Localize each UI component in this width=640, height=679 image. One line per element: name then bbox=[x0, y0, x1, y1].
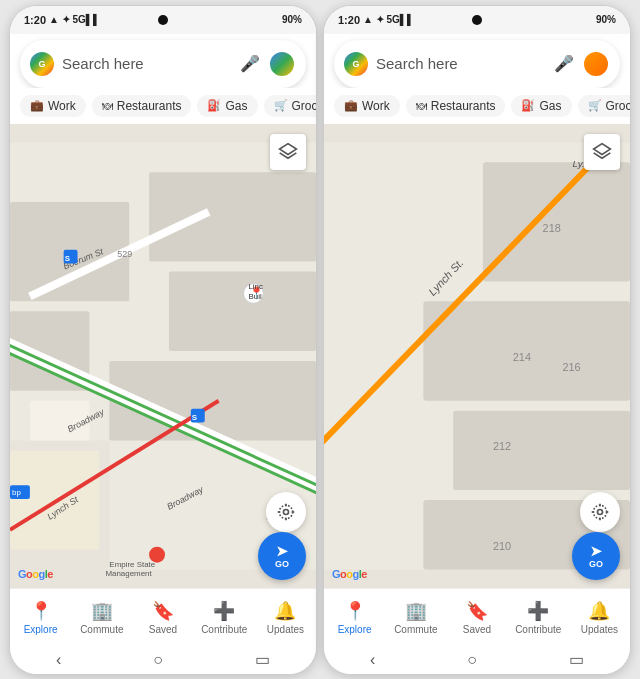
svg-point-34 bbox=[284, 509, 289, 514]
location-button-right[interactable] bbox=[580, 492, 620, 532]
commute-label-right: Commute bbox=[394, 624, 437, 635]
back-btn-right[interactable]: ‹ bbox=[370, 651, 375, 669]
layers-button-left[interactable] bbox=[270, 134, 306, 170]
svg-text:216: 216 bbox=[562, 360, 580, 372]
groceries-icon-right: 🛒 bbox=[588, 99, 602, 112]
layers-button-right[interactable] bbox=[584, 134, 620, 170]
svg-marker-49 bbox=[594, 143, 611, 154]
time-right: 1:20 bbox=[338, 14, 360, 26]
chip-work-right[interactable]: 💼 Work bbox=[334, 95, 400, 117]
battery-left: 90% bbox=[282, 14, 302, 25]
location-button-left[interactable] bbox=[266, 492, 306, 532]
recent-btn-right[interactable]: ▭ bbox=[569, 650, 584, 669]
work-label-right: Work bbox=[362, 99, 390, 113]
back-btn-left[interactable]: ‹ bbox=[56, 651, 61, 669]
android-nav-right: ‹ ○ ▭ bbox=[324, 646, 630, 674]
nav-contribute-right[interactable]: ➕ Contribute bbox=[508, 600, 569, 635]
phone-right: 1:20 ▲ ✦ 5G▌▌ 90% G Search here 🎤 💼 Work bbox=[323, 5, 631, 675]
go-button-right[interactable]: ➤ GO bbox=[572, 532, 620, 580]
svg-text:bp: bp bbox=[12, 488, 21, 497]
time-left: 1:20 bbox=[24, 14, 46, 26]
contribute-label-left: Contribute bbox=[201, 624, 247, 635]
battery-right: 90% bbox=[596, 14, 616, 25]
svg-text:Linc: Linc bbox=[248, 282, 263, 291]
explore-icon-left: 📍 bbox=[30, 600, 52, 622]
go-label-right: GO bbox=[589, 559, 603, 569]
phones-container: 1:20 ▲ ✦ 5G▌▌ 90% G Search here 🎤 💼 Work bbox=[5, 1, 635, 679]
google-watermark-right: Google bbox=[332, 568, 367, 580]
status-right-left: 90% bbox=[282, 14, 302, 25]
nav-updates-left[interactable]: 🔔 Updates bbox=[255, 600, 316, 635]
phone-left: 1:20 ▲ ✦ 5G▌▌ 90% G Search here 🎤 💼 Work bbox=[9, 5, 317, 675]
svg-marker-33 bbox=[280, 143, 297, 154]
nav-commute-right[interactable]: 🏢 Commute bbox=[385, 600, 446, 635]
mic-icon-right[interactable]: 🎤 bbox=[554, 54, 574, 73]
work-icon-left: 💼 bbox=[30, 99, 44, 112]
nav-contribute-left[interactable]: ➕ Contribute bbox=[194, 600, 255, 635]
gas-label-left: Gas bbox=[225, 99, 247, 113]
restaurants-icon-right: 🍽 bbox=[416, 100, 427, 112]
chip-restaurants-right[interactable]: 🍽 Restaurants bbox=[406, 95, 506, 117]
chip-restaurants-left[interactable]: 🍽 Restaurants bbox=[92, 95, 192, 117]
updates-label-left: Updates bbox=[267, 624, 304, 635]
search-text-right: Search here bbox=[376, 55, 546, 72]
updates-icon-right: 🔔 bbox=[588, 600, 610, 622]
status-bar-left: 1:20 ▲ ✦ 5G▌▌ 90% bbox=[10, 6, 316, 34]
svg-text:214: 214 bbox=[513, 350, 531, 362]
go-button-left[interactable]: ➤ GO bbox=[258, 532, 306, 580]
svg-text:S: S bbox=[65, 253, 70, 262]
chip-work-left[interactable]: 💼 Work bbox=[20, 95, 86, 117]
nav-explore-right[interactable]: 📍 Explore bbox=[324, 600, 385, 635]
svg-text:210: 210 bbox=[493, 539, 511, 551]
bottom-nav-right: 📍 Explore 🏢 Commute 🔖 Saved ➕ Contribute… bbox=[324, 588, 630, 646]
signal-icons-left: ▲ ✦ 5G▌▌ bbox=[49, 14, 100, 25]
avatar-right[interactable] bbox=[582, 50, 610, 78]
mic-icon-left[interactable]: 🎤 bbox=[240, 54, 260, 73]
svg-text:Buil: Buil bbox=[248, 292, 261, 301]
recent-btn-left[interactable]: ▭ bbox=[255, 650, 270, 669]
svg-text:218: 218 bbox=[543, 221, 561, 233]
nav-saved-right[interactable]: 🔖 Saved bbox=[446, 600, 507, 635]
search-bar-left[interactable]: G Search here 🎤 bbox=[20, 40, 306, 88]
nav-updates-right[interactable]: 🔔 Updates bbox=[569, 600, 630, 635]
gas-icon-left: ⛽ bbox=[207, 99, 221, 112]
saved-label-left: Saved bbox=[149, 624, 177, 635]
groceries-icon-left: 🛒 bbox=[274, 99, 288, 112]
android-nav-left: ‹ ○ ▭ bbox=[10, 646, 316, 674]
bottom-nav-left: 📍 Explore 🏢 Commute 🔖 Saved ➕ Contribute… bbox=[10, 588, 316, 646]
camera-dot-right bbox=[472, 15, 482, 25]
svg-rect-39 bbox=[453, 410, 630, 489]
google-logo-right: G bbox=[344, 52, 368, 76]
svg-text:Empire State: Empire State bbox=[109, 559, 155, 568]
explore-label-left: Explore bbox=[24, 624, 58, 635]
status-left: 1:20 ▲ ✦ 5G▌▌ bbox=[24, 14, 100, 26]
status-left-right: 1:20 ▲ ✦ 5G▌▌ bbox=[338, 14, 414, 26]
google-logo-left: G bbox=[30, 52, 54, 76]
go-label-left: GO bbox=[275, 559, 289, 569]
go-arrow-left: ➤ bbox=[276, 543, 288, 559]
chip-groceries-left[interactable]: 🛒 Groceries bbox=[264, 95, 317, 117]
explore-label-right: Explore bbox=[338, 624, 372, 635]
gas-label-right: Gas bbox=[539, 99, 561, 113]
chip-groceries-right[interactable]: 🛒 Groceries bbox=[578, 95, 631, 117]
restaurants-label-left: Restaurants bbox=[117, 99, 182, 113]
avatar-left[interactable] bbox=[268, 50, 296, 78]
nav-saved-left[interactable]: 🔖 Saved bbox=[132, 600, 193, 635]
svg-point-51 bbox=[593, 505, 606, 518]
svg-text:S: S bbox=[192, 412, 197, 421]
chip-gas-right[interactable]: ⛽ Gas bbox=[511, 95, 571, 117]
chip-gas-left[interactable]: ⛽ Gas bbox=[197, 95, 257, 117]
svg-rect-3 bbox=[149, 172, 316, 261]
search-bar-right[interactable]: G Search here 🎤 bbox=[334, 40, 620, 88]
nav-explore-left[interactable]: 📍 Explore bbox=[10, 600, 71, 635]
commute-label-left: Commute bbox=[80, 624, 123, 635]
svg-point-35 bbox=[279, 505, 292, 518]
map-right[interactable]: 218 214 216 212 210 Ly... Lynch St. bbox=[324, 124, 630, 588]
map-left[interactable]: Broadway Broadway Boerum St Lynch St 529… bbox=[10, 124, 316, 588]
home-btn-left[interactable]: ○ bbox=[153, 651, 163, 669]
quick-links-left: 💼 Work 🍽 Restaurants ⛽ Gas 🛒 Groceries bbox=[10, 88, 316, 124]
contribute-icon-left: ➕ bbox=[213, 600, 235, 622]
svg-text:212: 212 bbox=[493, 440, 511, 452]
nav-commute-left[interactable]: 🏢 Commute bbox=[71, 600, 132, 635]
home-btn-right[interactable]: ○ bbox=[467, 651, 477, 669]
